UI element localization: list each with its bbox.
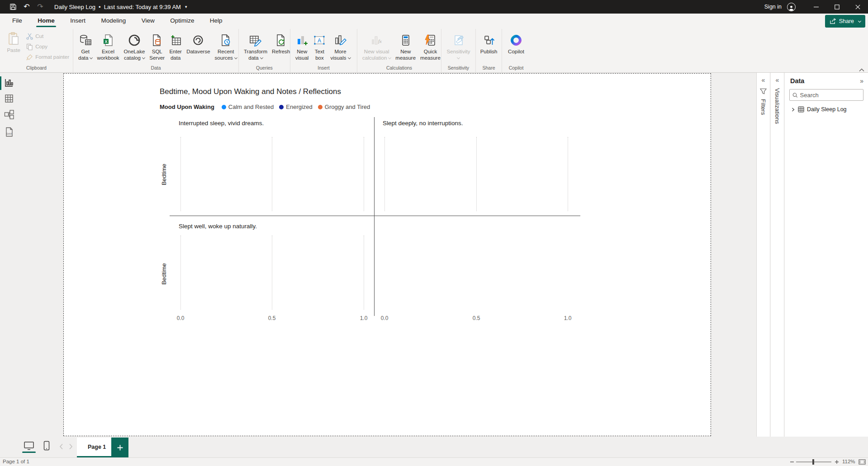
legend-item[interactable]: Energized: [279, 104, 313, 110]
zoom-out-button[interactable]: [790, 460, 794, 465]
button-label: Transform: [244, 48, 267, 55]
dataverse-button[interactable]: Dataverse: [184, 31, 212, 55]
data-field-table[interactable]: Daily Sleep Log: [785, 101, 868, 113]
account-avatar-icon[interactable]: [787, 3, 796, 11]
group-label-data: Data: [73, 65, 238, 72]
sign-in-link[interactable]: Sign in: [764, 4, 782, 10]
legend-item[interactable]: Calm and Rested: [222, 104, 274, 110]
dropdown-caret-icon: [142, 56, 145, 59]
desktop-layout-button[interactable]: [24, 441, 34, 452]
search-input[interactable]: [800, 92, 860, 99]
filters-pane-title: Filters: [760, 99, 767, 115]
new-measure-button[interactable]: New measure: [393, 31, 418, 61]
close-button[interactable]: [847, 0, 868, 14]
sensitivity-button[interactable]: Sensitivity: [445, 31, 473, 61]
publish-button[interactable]: Publish: [478, 31, 500, 55]
table-name: Daily Sleep Log: [807, 106, 847, 113]
enter-data-button[interactable]: Enter data: [167, 31, 184, 61]
filters-pane-collapsed[interactable]: « Filters: [757, 73, 770, 437]
minimize-button[interactable]: [806, 0, 826, 14]
status-bar: Page 1 of 1 112%: [0, 457, 868, 466]
share-label: Share: [839, 18, 854, 24]
button-label: box: [315, 55, 324, 61]
active-view-indicator: [0, 76, 1, 90]
recent-sources-button[interactable]: Recent sources: [213, 31, 239, 61]
ribbon-group-sensitivity: Sensitivity Sensitivity: [441, 29, 476, 72]
search-box[interactable]: [789, 89, 863, 101]
page-tab-strip: Page 1: [0, 437, 756, 457]
report-view-button[interactable]: [4, 78, 14, 88]
refresh-button[interactable]: Refresh: [270, 31, 292, 55]
table-icon: [798, 106, 804, 113]
redo-icon[interactable]: ↷: [33, 0, 47, 14]
maximize-button[interactable]: [826, 0, 847, 14]
collapse-pane-icon[interactable]: »: [860, 77, 863, 85]
recent-sources-icon: [219, 32, 232, 48]
button-label: Text: [315, 48, 324, 55]
document-title-menu[interactable]: Daily Sleep Log • Last saved: Today at 9…: [54, 4, 187, 10]
workspace: DAX Bedtime, Mood Upon Waking and Notes …: [0, 73, 868, 437]
tab-optimize[interactable]: Optimize: [163, 14, 201, 28]
dax-query-view-button[interactable]: DAX: [4, 127, 14, 137]
file-name: Daily Sleep Log: [54, 4, 95, 10]
next-page-arrow[interactable]: [69, 443, 73, 452]
dropdown-caret-icon: [388, 56, 391, 59]
visualizations-pane-collapsed[interactable]: « Visualizations: [771, 73, 784, 437]
database-icon: [79, 32, 92, 48]
zoom-in-button[interactable]: [835, 460, 839, 465]
transform-data-icon: [249, 32, 262, 48]
transform-data-button[interactable]: Transform data: [242, 31, 270, 61]
cut-button[interactable]: Cut: [26, 32, 69, 41]
new-page-button[interactable]: [111, 438, 128, 457]
mobile-layout-button[interactable]: [43, 441, 50, 452]
dropdown-caret-icon: [90, 56, 93, 59]
new-visual-calculation-button[interactable]: fx New visual calculation: [360, 31, 393, 61]
copilot-button[interactable]: Copilot: [506, 31, 526, 55]
tab-insert[interactable]: Insert: [63, 14, 92, 28]
onelake-catalog-button[interactable]: OneLake catalog: [122, 31, 147, 61]
ribbon-group-data: Get data X Excel workbook OneLake catalo…: [73, 29, 239, 72]
ribbon-group-copilot: Copilot Copilot: [502, 29, 530, 72]
expand-pane-icon[interactable]: «: [776, 76, 779, 84]
legend-item[interactable]: Groggy and Tired: [318, 104, 370, 110]
copy-button[interactable]: Copy: [26, 42, 69, 51]
save-icon[interactable]: [6, 0, 20, 14]
paste-button[interactable]: Paste: [5, 31, 23, 53]
group-label-clipboard: Clipboard: [0, 65, 73, 72]
sql-server-button[interactable]: SQL Server: [147, 31, 167, 61]
zoom-slider-thumb[interactable]: [812, 459, 814, 465]
legend-label: Energized: [286, 104, 313, 110]
button-label: data: [171, 55, 180, 61]
table-view-button[interactable]: [4, 94, 14, 104]
button-label: data: [78, 55, 88, 61]
tab-view[interactable]: View: [135, 14, 161, 28]
column-divider: [374, 117, 375, 316]
expand-pane-icon[interactable]: «: [762, 76, 765, 84]
get-data-button[interactable]: Get data: [76, 31, 95, 61]
excel-workbook-button[interactable]: X Excel workbook: [95, 31, 121, 61]
quick-measure-button[interactable]: Quick measure: [418, 31, 443, 61]
report-canvas[interactable]: Bedtime, Mood Upon Waking and Notes / Re…: [63, 73, 711, 436]
sql-server-icon: [151, 32, 163, 48]
more-visuals-button[interactable]: More visuals: [328, 31, 352, 61]
ribbon-group-share: Publish Share: [476, 29, 502, 72]
previous-page-arrow[interactable]: [59, 443, 63, 452]
button-label: Publish: [480, 48, 498, 55]
tab-modeling[interactable]: Modeling: [94, 14, 133, 28]
zoom-slider[interactable]: [796, 461, 831, 462]
group-label-insert: Insert: [290, 65, 357, 72]
new-visual-button[interactable]: New visual: [293, 31, 311, 61]
text-box-button[interactable]: A Text box: [311, 31, 328, 61]
share-button[interactable]: Share: [825, 15, 865, 28]
gridline: [180, 235, 181, 310]
tab-home[interactable]: Home: [31, 14, 62, 28]
format-painter-button[interactable]: Format painter: [26, 52, 69, 61]
model-view-button[interactable]: [4, 109, 14, 119]
tab-file[interactable]: File: [5, 14, 29, 28]
tab-help[interactable]: Help: [203, 14, 229, 28]
undo-icon[interactable]: ↶: [20, 0, 33, 14]
svg-text:A: A: [318, 38, 321, 44]
dropdown-caret-icon: [234, 56, 237, 59]
fit-to-page-icon[interactable]: [859, 459, 866, 466]
button-label: New visual: [364, 48, 389, 55]
